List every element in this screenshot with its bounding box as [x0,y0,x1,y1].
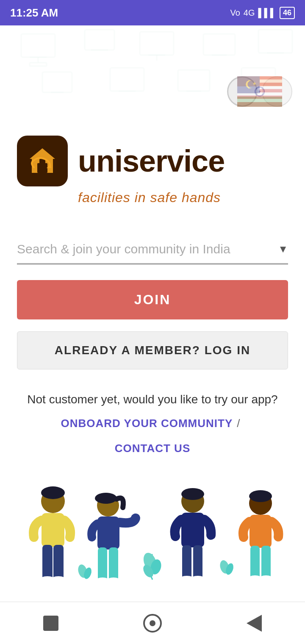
nav-recent-button[interactable] [38,611,64,636]
svg-rect-70 [250,546,260,580]
app-logo-icon [17,136,68,186]
svg-rect-71 [261,546,271,580]
dropdown-arrow-icon: ▼ [278,243,288,255]
nav-home-icon [143,614,162,633]
signal-icon: Vo [230,8,240,18]
svg-rect-63 [182,545,191,580]
nav-circle-inner [150,620,155,626]
svg-point-49 [51,576,66,583]
logo-row: uniservice [17,136,225,186]
svg-point-61 [181,488,204,500]
nav-square-icon [43,616,58,631]
main-content: uniservice facilities in safe hands Sear… [0,25,305,618]
nav-back-button[interactable] [241,611,267,636]
svg-rect-3 [30,63,47,66]
bg-pattern [0,25,305,110]
svg-rect-27 [262,76,282,80]
illustration-section [0,474,305,618]
svg-rect-64 [193,545,202,580]
svg-rect-29 [262,83,282,86]
status-time: 11:25 AM [10,6,58,19]
svg-rect-0 [21,34,55,57]
svg-rect-13 [42,72,72,92]
svg-rect-34 [262,99,282,102]
malaysia-flag-button[interactable] [262,76,292,107]
not-customer-section: Not customer yet, would you like to try … [0,369,305,461]
flag-buttons [227,76,292,107]
status-icons: Vo 4G ▌▌▌ 46 [230,7,295,19]
svg-point-73 [259,575,273,581]
svg-rect-15 [110,68,144,91]
svg-point-44 [41,486,65,499]
svg-point-51 [95,493,117,504]
svg-point-66 [191,576,205,582]
svg-rect-11 [258,30,292,53]
logo-section: uniservice facilities in safe hands [0,110,305,218]
login-button[interactable]: ALREADY A MEMBER? LOG IN [17,331,288,369]
nav-home-button[interactable] [140,611,165,636]
bottom-nav [0,602,305,644]
search-section: Search & join your community in India ▼ [0,218,305,265]
svg-rect-35 [262,102,282,107]
svg-rect-32 [262,92,282,96]
svg-rect-46 [42,545,53,581]
onboard-row: ONBOARD YOUR COMMUNITY / [17,415,288,432]
nav-back-icon [247,615,262,632]
app-tagline: facilities in safe hands [78,190,221,205]
svg-rect-30 [262,86,282,89]
signal-bars-icon: ▌▌▌ [258,8,276,18]
svg-point-68 [249,490,272,502]
svg-point-56 [107,577,120,583]
network-icon: 4G [244,8,255,18]
not-customer-text: Not customer yet, would you like to try … [17,391,288,408]
join-button[interactable]: JOIN [17,280,288,319]
battery-indicator: 46 [280,7,295,19]
svg-rect-47 [53,545,64,581]
svg-rect-6 [140,32,174,55]
onboard-link[interactable]: ONBOARD YOUR COMMUNITY [61,415,233,432]
svg-rect-31 [262,89,282,92]
svg-rect-17 [178,70,210,91]
svg-rect-9 [203,34,235,55]
svg-rect-4 [85,30,114,50]
status-bar: 11:25 AM Vo 4G ▌▌▌ 46 [0,0,305,25]
app-name: uniservice [78,144,225,178]
svg-rect-53 [98,547,107,581]
community-dropdown[interactable]: Search & join your community in India ▼ [17,235,288,264]
svg-rect-28 [262,80,282,83]
contact-link[interactable]: CONTACT US [17,440,288,457]
search-placeholder: Search & join your community in India [17,242,230,256]
link-separator: / [237,415,240,432]
svg-rect-33 [262,96,282,99]
search-divider [17,264,288,265]
svg-rect-54 [109,547,118,581]
